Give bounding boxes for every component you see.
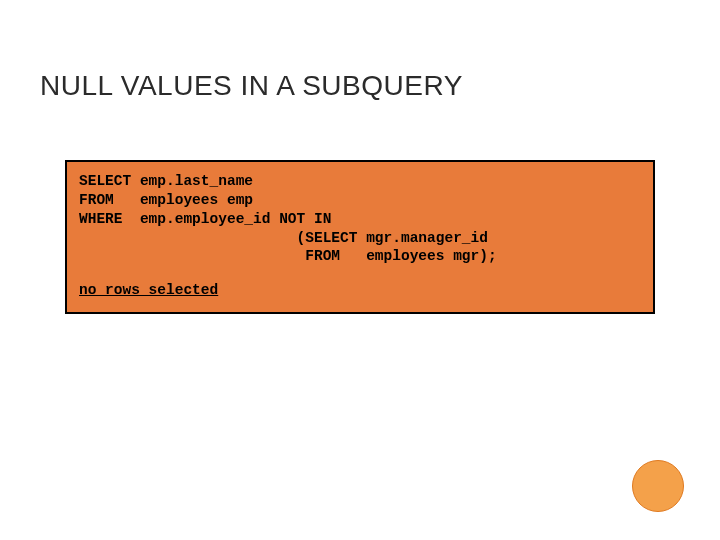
code-block: SELECT emp.last_name FROM employees emp … <box>65 160 655 314</box>
sql-code: SELECT emp.last_name FROM employees emp … <box>79 172 641 266</box>
slide-title: NULL VALUES IN A SUBQUERY <box>40 70 463 102</box>
slide: NULL VALUES IN A SUBQUERY SELECT emp.las… <box>0 0 720 540</box>
sql-result: no rows selected <box>79 282 641 298</box>
decorative-circle-icon <box>632 460 684 512</box>
